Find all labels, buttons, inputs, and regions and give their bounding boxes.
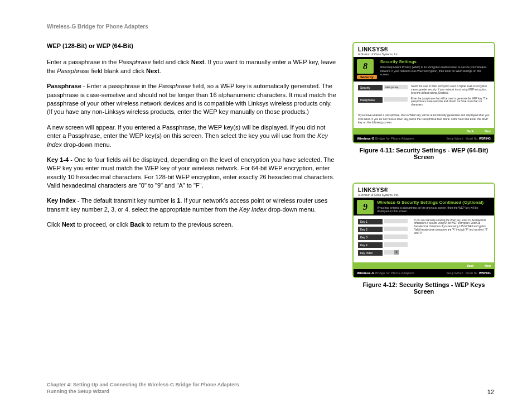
page-number: 12 [487,389,494,395]
security-row: Security WEP (64-Bit) Select the level o… [358,85,490,95]
banner: 8 Security Security Settings Wired Equiv… [354,57,494,82]
step-badge: 9 [357,200,374,214]
paragraph-4: Key 1-4 - One to four fields will be dis… [47,156,337,190]
key1-input[interactable] [384,219,408,223]
security-tab: Security [357,75,377,79]
screenshot-footer: Wireless-G Bridge for Phone Adapters Set… [354,269,494,277]
paragraph-3: A new screen will appear. If you entered… [47,123,337,149]
keyindex-label: Key Index [358,250,383,256]
linksys-logo: LINKSYS® [358,187,490,193]
paragraph-1: Enter a passphrase in the Passphrase fie… [47,58,337,75]
banner-desc: If you had entered a passphrase on the p… [377,206,491,213]
step-badge: 8 [357,59,374,74]
next-button[interactable]: Next [485,130,491,133]
figure-4-11: LINKSYS® A Division of Cisco Systems, In… [352,42,495,160]
paragraph-5: Key Index - The default transmit key num… [47,197,337,214]
screenshot-header: LINKSYS® A Division of Cisco Systems, In… [354,43,494,57]
banner-title: Wireless-G Security Settings Continued (… [377,200,491,205]
document-page: Wireless-G Bridge for Phone Adapters WEP… [0,0,532,412]
paragraph-2: Passphrase - Enter a passphrase in the P… [47,82,337,117]
figure-4-12: LINKSYS® A Division of Cisco Systems, In… [352,183,495,295]
button-bar: Back Next [354,262,494,269]
passphrase-input[interactable] [384,97,408,102]
screenshot-footer: Wireless-G Bridge for Phone Adapters Set… [354,135,494,142]
security-desc: Select the level of WEP encryption used.… [411,85,490,95]
logo-subtitle: A Division of Cisco Systems, Inc. [358,193,490,197]
page-footer: Chapter 4: Setting Up and Connecting the… [47,381,494,395]
next-button[interactable]: Next [485,264,491,267]
key4-input[interactable] [384,242,408,247]
key3-label: Key 3 [358,234,383,240]
screenshot-body: Security WEP (64-Bit) Select the level o… [354,82,494,113]
passphrase-row: Passphrase Enter the passphrase that wil… [358,97,490,107]
footer-chapter: Chapter 4: Setting Up and Connecting the… [47,381,239,395]
wizard-screenshot-8: LINKSYS® A Division of Cisco Systems, In… [352,42,495,143]
banner-desc: Wired Equivalent Privacy (WEP) is an enc… [380,65,491,76]
banner: 9 Wireless-G Security Settings Continued… [354,198,494,215]
keyindex-dropdown[interactable]: ▼ [384,250,399,255]
button-bar: Back Next [354,128,494,135]
section-heading: WEP (128-Bit) or WEP (64-Bit) [47,42,337,50]
screenshot-note: If you have entered a passphrase, then a… [354,113,494,128]
keys-desc: If you are manually entering the WEP key… [411,219,490,258]
wizard-screenshot-9: LINKSYS® A Division of Cisco Systems, In… [352,183,495,278]
security-label: Security [358,85,383,90]
figure-caption-11: Figure 4-11: Security Settings - WEP (64… [352,147,495,160]
back-button[interactable]: Back [467,264,473,267]
key1-label: Key 1 [358,219,383,224]
passphrase-desc: Enter the passphrase that will be used t… [411,97,490,107]
paragraph-6: Click Next to proceed, or click Back to … [47,221,337,229]
page-header: Wireless-G Bridge for Phone Adapters [47,23,491,30]
figure-caption-12: Figure 4-12: Security Settings - WEP Key… [352,281,495,295]
back-button[interactable]: Back [467,130,473,133]
passphrase-label: Passphrase [358,97,383,103]
key3-input[interactable] [384,234,408,239]
logo-subtitle: A Division of Cisco Systems, Inc. [358,52,490,56]
security-dropdown[interactable]: WEP (64-Bit) [384,85,408,89]
key2-label: Key 2 [358,227,383,232]
left-column: WEP (128-Bit) or WEP (64-Bit) Enter a pa… [47,42,337,317]
banner-title: Security Settings [380,59,491,64]
screenshot-header: LINKSYS® A Division of Cisco Systems, In… [354,184,494,198]
content-area: WEP (128-Bit) or WEP (64-Bit) Enter a pa… [47,42,491,317]
key2-input[interactable] [384,227,408,231]
right-column: LINKSYS® A Division of Cisco Systems, In… [337,42,495,317]
screenshot-body: Key 1 Key 2 Key 3 Key 4 Key Index▼ If yo… [354,215,494,262]
key4-label: Key 4 [358,242,383,248]
linksys-logo: LINKSYS® [358,46,490,52]
chevron-down-icon: ▼ [394,250,399,255]
